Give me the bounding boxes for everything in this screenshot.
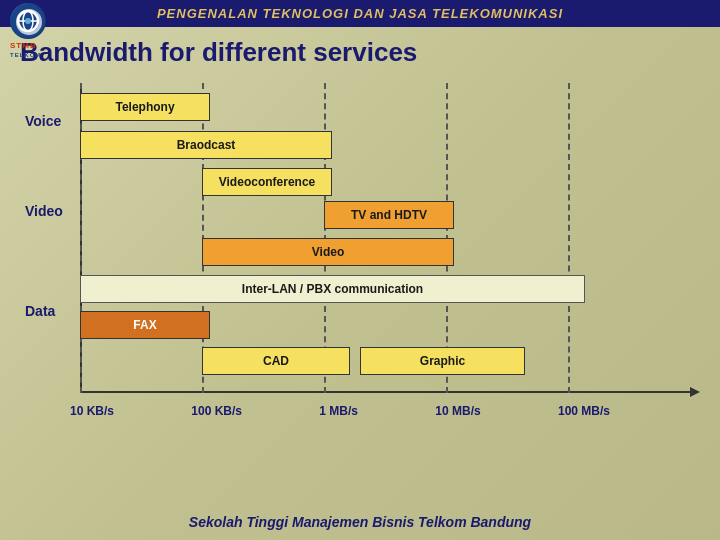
bar-tv-hdtv: TV and HDTV bbox=[324, 201, 454, 229]
bar-interlan: Inter-LAN / PBX communication bbox=[80, 275, 585, 303]
x-label-100mb: 100 MB/s bbox=[558, 404, 610, 418]
svg-point-4 bbox=[25, 18, 31, 24]
page-title: Bandwidth for different services bbox=[20, 37, 700, 68]
logo: STMBTELKOM bbox=[10, 3, 60, 43]
arrow-right bbox=[690, 387, 700, 397]
svg-point-1 bbox=[18, 11, 38, 31]
y-label-video: Video bbox=[25, 203, 68, 219]
x-label-100kb: 100 KB/s bbox=[191, 404, 242, 418]
bar-fax: FAX bbox=[80, 311, 210, 339]
y-label-voice: Voice bbox=[25, 113, 66, 129]
bar-braodcast: Braodcast bbox=[80, 131, 332, 159]
vline-4 bbox=[568, 83, 570, 393]
content: Bandwidth for different services Voice V… bbox=[0, 27, 720, 453]
x-label-10mb: 10 MB/s bbox=[435, 404, 480, 418]
bar-telephony: Telephony bbox=[80, 93, 210, 121]
footer: Sekolah Tinggi Manajemen Bisnis Telkom B… bbox=[0, 514, 720, 530]
chart: Telephony Braodcast Videoconference TV a… bbox=[80, 83, 690, 393]
header-title: PENGENALAN TEKNOLOGI DAN JASA TELEKOMUNI… bbox=[157, 6, 563, 21]
footer-text: Sekolah Tinggi Manajemen Bisnis Telkom B… bbox=[0, 514, 720, 530]
bar-videoconference: Videoconference bbox=[202, 168, 332, 196]
logo-text: STMBTELKOM bbox=[10, 41, 60, 59]
bar-cad: CAD bbox=[202, 347, 350, 375]
logo-circle bbox=[10, 3, 46, 39]
x-label-1mb: 1 MB/s bbox=[319, 404, 358, 418]
vline-0 bbox=[80, 83, 82, 393]
header: STMBTELKOM PENGENALAN TEKNOLOGI DAN JASA… bbox=[0, 0, 720, 27]
x-axis-labels: 10 KB/s 100 KB/s 1 MB/s 10 MB/s 100 MB/s bbox=[70, 404, 610, 418]
bar-graphic: Graphic bbox=[360, 347, 525, 375]
page: STMBTELKOM PENGENALAN TEKNOLOGI DAN JASA… bbox=[0, 0, 720, 540]
bar-video: Video bbox=[202, 238, 454, 266]
svg-point-0 bbox=[11, 4, 45, 38]
svg-point-2 bbox=[23, 11, 33, 31]
x-label-10kb: 10 KB/s bbox=[70, 404, 114, 418]
y-label-data: Data bbox=[25, 303, 60, 319]
h-axis bbox=[80, 391, 690, 393]
chart-area: Voice Video Data bbox=[25, 83, 695, 443]
